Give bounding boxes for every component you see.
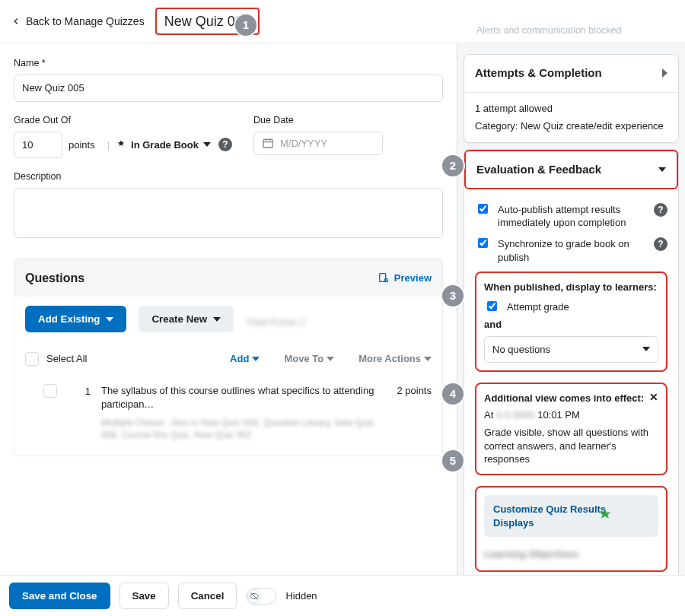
points-word: points	[68, 138, 95, 152]
additional-time: 10:01 PM	[537, 409, 580, 421]
back-label: Back to Manage Quizzes	[26, 14, 145, 29]
divider: |	[107, 138, 110, 152]
chevron-down-icon	[106, 317, 113, 322]
cursor-icon	[598, 507, 612, 521]
grade-out-of-field[interactable]	[14, 132, 62, 159]
chevron-left-icon	[11, 16, 21, 27]
select-all-label: Select All	[46, 352, 87, 366]
evaluation-title: Evaluation & Feedback	[476, 162, 601, 177]
additional-view-block: ✕ Additional view comes into effect: At …	[475, 383, 667, 475]
question-checkbox[interactable]	[43, 384, 57, 398]
chevron-down-icon	[203, 142, 211, 147]
preview-button[interactable]: Preview	[378, 271, 432, 285]
questions-title: Questions	[25, 270, 84, 287]
when-published-label: When published, display to learners:	[484, 281, 658, 294]
auto-publish-checkbox[interactable]	[478, 204, 488, 214]
grade-label: Grade Out Of	[14, 114, 232, 127]
evaluation-header[interactable]: Evaluation & Feedback	[464, 150, 678, 189]
due-date-field[interactable]: M/D/YYYY	[253, 132, 383, 156]
chevron-down-icon	[658, 167, 666, 172]
question-meta-blur: Multiple Choice · Also in New Quiz 005, …	[101, 417, 386, 441]
and-label: and	[484, 318, 658, 332]
attempt-grade-label: Attempt grade	[507, 300, 569, 314]
due-date-label: Due Date	[253, 114, 383, 127]
chevron-down-icon	[213, 317, 221, 322]
annotation-4: 4	[442, 383, 464, 405]
calendar-icon	[262, 137, 274, 149]
gradebook-label: In Grade Book	[131, 138, 199, 152]
additional-date-blur: 0 0 0000	[496, 409, 535, 421]
annotation-1: 1	[235, 14, 256, 36]
footer: Save and Close Save Cancel Hidden	[0, 575, 685, 616]
annotation-5: 5	[442, 450, 464, 472]
attempts-card: Attempts & Completion 1 attempt allowed …	[464, 54, 679, 142]
chevron-down-icon	[642, 347, 650, 351]
display-to-learners-block: When published, display to learners: Att…	[475, 271, 667, 372]
help-icon[interactable]: ?	[654, 203, 667, 217]
select-all-checkbox[interactable]	[25, 352, 39, 366]
questions-header: Questions Preview	[14, 259, 443, 297]
customize-results-button[interactable]: Customize Quiz Results Displays	[484, 495, 658, 537]
save-button[interactable]: Save	[119, 583, 169, 609]
name-label: Name	[14, 57, 443, 70]
pin-icon	[116, 139, 126, 150]
customize-block: Customize Quiz Results Displays Learning…	[475, 486, 667, 572]
annotation-2: 2	[442, 155, 464, 176]
additional-title: Additional view comes into effect:	[484, 392, 658, 405]
move-to-menu[interactable]: Move To	[284, 352, 334, 366]
evaluation-card: Evaluation & Feedback Auto-publish attem…	[464, 149, 679, 579]
eye-off-icon	[250, 592, 259, 601]
chevron-down-icon	[327, 357, 334, 361]
preview-icon	[378, 271, 390, 284]
auto-publish-label: Auto-publish attempt results immediately…	[498, 203, 639, 230]
attempt-grade-checkbox[interactable]	[487, 301, 497, 311]
additional-at: At	[484, 409, 493, 421]
attempts-line2: Category: New Quiz create/edit experienc…	[475, 119, 667, 133]
in-grade-book-dropdown[interactable]: In Grade Book	[116, 138, 211, 152]
chevron-right-icon	[662, 68, 667, 78]
question-row: 1 The syllabus of this course outlines w…	[25, 384, 432, 441]
save-and-close-button[interactable]: Save and Close	[9, 583, 110, 609]
visibility-toggle[interactable]	[246, 588, 276, 605]
sync-gradebook-label: Synchronize to grade book on publish	[498, 237, 639, 264]
total-points-blur: Total Points 2	[246, 316, 305, 329]
cancel-button[interactable]: Cancel	[178, 583, 237, 609]
visibility-label: Hidden	[285, 589, 317, 603]
additional-desc: Grade visible, show all questions with c…	[484, 426, 658, 466]
chevron-down-icon	[424, 357, 432, 361]
back-to-manage-quizzes[interactable]: Back to Manage Quizzes	[11, 14, 145, 29]
chevron-down-icon	[252, 357, 260, 361]
question-index: 1	[68, 384, 91, 398]
attempts-header[interactable]: Attempts & Completion	[464, 55, 678, 92]
prev-panel-tail: Alerts and communication blocked	[476, 24, 621, 37]
annotation-3: 3	[442, 285, 464, 306]
more-actions-menu[interactable]: More Actions	[358, 352, 432, 366]
question-points: 2 points	[397, 384, 432, 398]
attempts-title: Attempts & Completion	[475, 65, 602, 81]
name-field[interactable]	[14, 75, 443, 102]
learning-objectives-blur: Learning Objectives	[484, 548, 658, 561]
question-text: The syllabus of this course outlines wha…	[101, 384, 386, 411]
description-label: Description	[14, 170, 443, 183]
close-additional-view[interactable]: ✕	[649, 392, 658, 402]
add-existing-button[interactable]: Add Existing	[25, 306, 126, 332]
help-icon[interactable]: ?	[218, 138, 232, 151]
attempts-line1: 1 attempt allowed	[475, 102, 667, 116]
svg-rect-0	[263, 140, 272, 148]
question-display-select[interactable]: No questions	[484, 336, 658, 364]
help-icon[interactable]: ?	[654, 237, 667, 251]
sync-gradebook-checkbox[interactable]	[478, 238, 488, 248]
description-field[interactable]	[14, 188, 443, 238]
due-date-placeholder: M/D/YYYY	[280, 137, 327, 151]
create-new-button[interactable]: Create New	[139, 306, 234, 332]
add-menu[interactable]: Add	[230, 352, 260, 366]
